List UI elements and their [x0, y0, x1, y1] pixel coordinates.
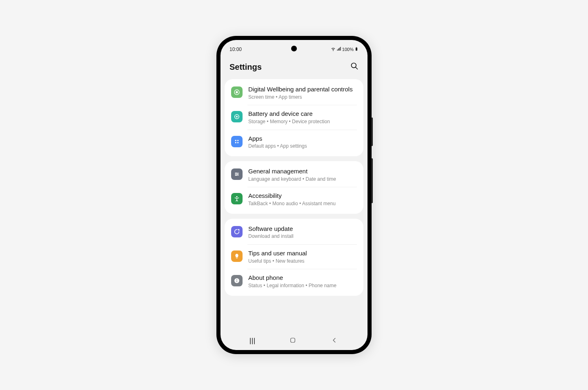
item-text: About phoneStatus • Legal information • … — [248, 274, 357, 289]
care-icon — [231, 111, 243, 122]
item-text: Digital Wellbeing and parental controlsS… — [248, 86, 357, 100]
tips-icon — [231, 250, 243, 262]
header: Settings — [220, 56, 368, 79]
wifi-icon — [331, 47, 336, 52]
settings-item-accessibility[interactable]: AccessibilityTalkBack • Mono audio • Ass… — [225, 187, 363, 212]
item-title: Battery and device care — [248, 110, 357, 118]
svg-point-8 — [235, 140, 236, 141]
item-subtitle: Status • Legal information • Phone name — [248, 283, 357, 289]
settings-item-digital-wellbeing-and-parental-controls[interactable]: Digital Wellbeing and parental controlsS… — [225, 81, 363, 105]
svg-rect-19 — [236, 258, 238, 258]
phone-frame: 10:00 100% Settings Digital Wellbeing an… — [216, 36, 372, 354]
svg-point-18 — [236, 196, 237, 197]
search-icon[interactable] — [350, 62, 359, 72]
nav-back-icon[interactable] — [331, 337, 338, 346]
item-title: Software update — [248, 225, 357, 233]
item-subtitle: Language and keyboard • Date and time — [248, 176, 357, 183]
svg-point-17 — [236, 175, 237, 176]
svg-point-11 — [237, 142, 238, 143]
item-title: Accessibility — [248, 192, 357, 200]
settings-item-software-update[interactable]: Software updateDownload and install — [225, 220, 363, 245]
battery-percent: 100% — [342, 47, 354, 52]
svg-rect-22 — [236, 281, 237, 282]
settings-group: Digital Wellbeing and parental controlsS… — [225, 79, 363, 156]
item-subtitle: Screen time • App timers — [248, 94, 357, 101]
item-subtitle: Storage • Memory • Device protection — [248, 119, 357, 125]
item-text: AccessibilityTalkBack • Mono audio • Ass… — [248, 192, 357, 207]
settings-item-battery-and-device-care[interactable]: Battery and device careStorage • Memory … — [225, 105, 363, 130]
svg-point-10 — [235, 142, 236, 143]
settings-group: Software updateDownload and installTips … — [225, 219, 363, 296]
settings-list[interactable]: Digital Wellbeing and parental controlsS… — [220, 79, 368, 332]
settings-item-general-management[interactable]: General managementLanguage and keyboard … — [225, 163, 363, 187]
item-title: Digital Wellbeing and parental controls — [248, 86, 357, 93]
screen: 10:00 100% Settings Digital Wellbeing an… — [220, 40, 368, 350]
svg-line-3 — [356, 67, 358, 69]
item-text: Tips and user manualUseful tips • New fe… — [248, 250, 357, 264]
volume-button — [371, 117, 373, 146]
nav-home-icon[interactable] — [289, 337, 296, 346]
svg-rect-0 — [356, 48, 357, 51]
svg-point-16 — [237, 174, 238, 175]
settings-group: General managementLanguage and keyboard … — [225, 161, 363, 214]
update-icon — [231, 226, 243, 237]
item-title: General management — [248, 168, 357, 175]
svg-point-5 — [236, 91, 238, 93]
status-time: 10:00 — [229, 47, 242, 52]
item-title: Apps — [248, 135, 357, 143]
item-text: General managementLanguage and keyboard … — [248, 168, 357, 182]
status-right: 100% — [331, 46, 359, 53]
general-icon — [231, 168, 243, 180]
item-subtitle: Default apps • App settings — [248, 143, 357, 150]
item-subtitle: Download and install — [248, 233, 357, 240]
battery-icon — [354, 46, 359, 53]
settings-item-apps[interactable]: AppsDefault apps • App settings — [225, 130, 363, 155]
navigation-bar — [220, 332, 368, 350]
settings-item-tips-and-user-manual[interactable]: Tips and user manualUseful tips • New fe… — [225, 245, 363, 269]
svg-point-9 — [237, 140, 238, 141]
accessibility-icon — [231, 193, 243, 204]
item-text: Battery and device careStorage • Memory … — [248, 110, 357, 125]
about-icon — [231, 275, 243, 286]
svg-rect-1 — [356, 47, 357, 47]
svg-rect-23 — [291, 338, 295, 343]
item-title: Tips and user manual — [248, 250, 357, 257]
page-title: Settings — [229, 62, 262, 72]
item-title: About phone — [248, 274, 357, 282]
apps-icon — [231, 136, 243, 147]
power-button — [371, 158, 373, 203]
svg-point-21 — [236, 279, 237, 280]
svg-point-7 — [236, 116, 238, 117]
settings-item-about-phone[interactable]: About phoneStatus • Legal information • … — [225, 269, 363, 294]
wellbeing-icon — [231, 86, 243, 98]
item-text: Software updateDownload and install — [248, 225, 357, 240]
item-subtitle: TalkBack • Mono audio • Assistant menu — [248, 201, 357, 207]
front-camera — [291, 46, 297, 51]
item-text: AppsDefault apps • App settings — [248, 135, 357, 150]
signal-icon — [336, 47, 341, 52]
svg-point-15 — [236, 173, 237, 174]
item-subtitle: Useful tips • New features — [248, 258, 357, 265]
nav-recents-icon[interactable] — [250, 338, 255, 344]
